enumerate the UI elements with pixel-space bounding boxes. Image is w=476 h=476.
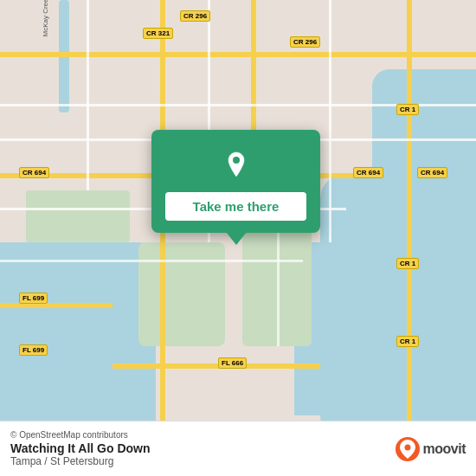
badge-fl699-2: FL 699 — [19, 344, 48, 356]
osm-credit: © OpenStreetMap contributors — [10, 430, 151, 440]
green-area-1 — [138, 242, 225, 346]
badge-fl666: FL 666 — [218, 357, 247, 369]
road-white-h4 — [0, 260, 303, 262]
badge-cr1-top: CR 1 — [396, 104, 419, 115]
bottom-bar: © OpenStreetMap contributors Watching It… — [0, 421, 476, 476]
mckay-creek-label: McKay Creek — [42, 0, 49, 37]
location-subtitle: Tampa / St Petersburg — [10, 455, 151, 467]
road-white-v1 — [87, 0, 89, 190]
badge-cr1-mid: CR 1 — [396, 258, 419, 269]
badge-cr296-1: CR 296 — [180, 10, 210, 22]
svg-point-2 — [404, 444, 410, 450]
badge-cr321: CR 321 — [143, 28, 173, 39]
bottom-bar-info: © OpenStreetMap contributors Watching It… — [10, 430, 151, 467]
badge-cr694-right1: CR 694 — [353, 167, 383, 178]
road-cr296-h — [0, 52, 476, 57]
badge-cr694-left: CR 694 — [19, 167, 49, 178]
popup-card: Take me there — [151, 130, 320, 233]
moovit-text: moovit — [423, 441, 466, 457]
location-title: Watching It All Go Down — [10, 441, 151, 455]
location-pin-icon — [217, 145, 255, 183]
badge-fl699-1: FL 699 — [19, 293, 48, 304]
moovit-icon — [396, 437, 420, 461]
svg-point-1 — [233, 157, 240, 164]
badge-cr1-bot: CR 1 — [396, 336, 419, 347]
map-container: CR 296 CR 296 CR 321 CR 694 CR 694 CR 69… — [0, 0, 476, 476]
road-fl699-h — [0, 303, 113, 308]
moovit-logo: moovit — [396, 437, 466, 461]
green-area-3 — [26, 190, 130, 242]
badge-cr296-2: CR 296 — [290, 36, 320, 48]
road-cr1-v — [407, 0, 412, 476]
road-fl666-h — [113, 363, 320, 369]
take-me-there-button[interactable]: Take me there — [165, 192, 306, 221]
badge-cr694-right2: CR 694 — [417, 167, 447, 178]
road-white-v3 — [329, 0, 331, 242]
